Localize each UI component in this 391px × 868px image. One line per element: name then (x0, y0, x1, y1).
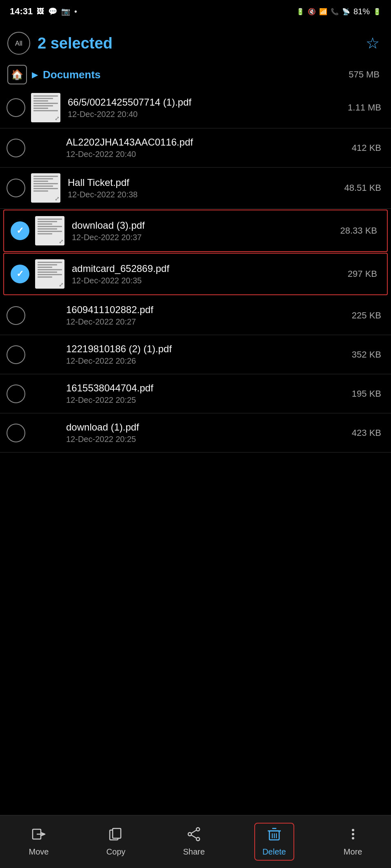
file-checkbox[interactable] (7, 98, 25, 117)
list-item[interactable]: ⤢ 66/5/0021425507714 (1).pdf 12-Dec-2022… (0, 87, 391, 128)
folder-name: Documents (43, 68, 344, 81)
status-bar: 14:31 🖼 💬 📷 • 🔋 🔇 📶 📞 📡 81% 🔋 (0, 0, 391, 21)
file-thumbnail: ⤢ (35, 216, 64, 245)
folder-size: 575 MB (349, 69, 380, 80)
file-checkbox[interactable] (11, 265, 29, 283)
copy-icon (109, 827, 123, 845)
file-size: 423 KB (347, 428, 381, 438)
share-icon (187, 827, 201, 845)
list-item[interactable]: ⤢ Hall Ticket.pdf 12-Dec-2022 20:38 48.5… (0, 168, 391, 209)
more-icon (346, 827, 360, 845)
list-item[interactable]: 1609411102882.pdf 12-Dec-2022 20:27 225 … (0, 296, 391, 335)
list-item[interactable]: 12219810186 (2) (1).pdf 12-Dec-2022 20:2… (0, 335, 391, 374)
more-label: More (344, 847, 362, 857)
list-item[interactable]: AL2202JHA143AAC0116.pdf 12-Dec-2022 20:4… (0, 128, 391, 168)
folder-expand-arrow: ▶ (32, 70, 38, 80)
svg-line-8 (191, 835, 197, 838)
delete-button[interactable]: Delete (254, 823, 294, 861)
file-name: 12219810186 (2) (1).pdf (66, 343, 347, 355)
selection-header: All 2 selected ☆ (0, 21, 391, 62)
file-date: 12-Dec-2022 20:37 (72, 233, 335, 242)
file-thumbnail: ⤢ (31, 93, 60, 122)
signal-icon: 📡 (342, 8, 350, 15)
svg-point-14 (352, 829, 354, 831)
more-button[interactable]: More (335, 823, 371, 861)
file-size: 1.11 MB (343, 102, 381, 113)
photo-icon: 🖼 (37, 7, 44, 16)
battery-icon: 🔋 (373, 8, 381, 15)
file-date: 12-Dec-2022 20:25 (66, 395, 347, 405)
move-label: Move (29, 847, 49, 857)
status-time: 14:31 🖼 💬 📷 • (10, 6, 77, 17)
folder-row[interactable]: 🏠 ▶ Documents 575 MB (0, 62, 391, 87)
share-label: Share (183, 847, 204, 857)
file-date: 12-Dec-2022 20:27 (66, 317, 347, 327)
file-info: 1615538044704.pdf 12-Dec-2022 20:25 (66, 382, 347, 405)
file-date: 12-Dec-2022 20:40 (66, 150, 347, 159)
share-button[interactable]: Share (175, 823, 213, 861)
file-date: 12-Dec-2022 20:25 (66, 435, 347, 444)
list-item[interactable]: ⤢ download (3).pdf 12-Dec-2022 20:37 28.… (3, 210, 388, 252)
file-info: admitcard_652869.pdf 12-Dec-2022 20:35 (72, 263, 343, 285)
dot-indicator: • (74, 7, 77, 16)
svg-point-15 (352, 833, 354, 835)
expand-icon: ⤢ (59, 281, 64, 288)
star-icon: ☆ (366, 35, 380, 52)
file-name: Hall Ticket.pdf (68, 177, 339, 188)
file-checkbox[interactable] (7, 424, 25, 442)
file-info: 66/5/0021425507714 (1).pdf 12-Dec-2022 2… (68, 97, 343, 119)
camera-icon: 📷 (61, 7, 70, 16)
svg-point-6 (188, 833, 191, 836)
list-item[interactable]: 1615538044704.pdf 12-Dec-2022 20:25 195 … (0, 374, 391, 413)
whatsapp-icon: 💬 (48, 7, 57, 16)
file-name: 1615538044704.pdf (66, 382, 347, 394)
delete-icon (267, 827, 282, 845)
file-checkbox[interactable] (7, 179, 25, 197)
file-info: Hall Ticket.pdf 12-Dec-2022 20:38 (68, 177, 339, 199)
copy-button[interactable]: Copy (98, 823, 134, 861)
file-date: 12-Dec-2022 20:40 (68, 110, 343, 119)
battery-level: 81% (353, 7, 370, 16)
battery-saver-icon: 🔋 (296, 8, 304, 15)
file-name: download (3).pdf (72, 220, 335, 231)
header-left: All 2 selected (7, 32, 113, 55)
file-checkbox[interactable] (7, 384, 25, 403)
bottom-toolbar: Move Copy Share (0, 815, 391, 868)
file-checkbox[interactable] (11, 221, 29, 240)
file-thumbnail: ⤢ (35, 259, 64, 289)
file-size: 412 KB (347, 143, 381, 153)
file-checkbox[interactable] (7, 345, 25, 364)
file-name: 1609411102882.pdf (66, 304, 347, 316)
file-size: 28.33 KB (335, 225, 377, 236)
file-date: 12-Dec-2022 20:35 (72, 276, 343, 285)
file-info: 12219810186 (2) (1).pdf 12-Dec-2022 20:2… (66, 343, 347, 366)
file-thumbnail: ⤢ (31, 173, 60, 203)
file-size: 352 KB (347, 349, 381, 360)
svg-line-7 (191, 830, 197, 833)
mute-icon: 🔇 (308, 8, 316, 15)
svg-point-5 (196, 837, 200, 841)
file-checkbox[interactable] (7, 306, 25, 325)
file-size: 195 KB (347, 389, 381, 399)
list-item[interactable]: download (1).pdf 12-Dec-2022 20:25 423 K… (0, 413, 391, 453)
file-name: AL2202JHA143AAC0116.pdf (66, 137, 347, 148)
copy-label: Copy (107, 847, 126, 857)
file-info: AL2202JHA143AAC0116.pdf 12-Dec-2022 20:4… (66, 137, 347, 159)
file-name: 66/5/0021425507714 (1).pdf (68, 97, 343, 108)
svg-point-4 (196, 828, 200, 831)
all-button[interactable]: All (7, 32, 30, 55)
delete-label: Delete (262, 847, 286, 857)
call-icon: 📞 (331, 8, 339, 15)
time-display: 14:31 (10, 6, 33, 17)
move-button[interactable]: Move (21, 823, 57, 861)
svg-point-16 (352, 837, 354, 839)
list-item[interactable]: ⤢ admitcard_652869.pdf 12-Dec-2022 20:35… (3, 253, 388, 295)
all-label: All (15, 40, 22, 47)
file-list: ⤢ 66/5/0021425507714 (1).pdf 12-Dec-2022… (0, 87, 391, 453)
file-checkbox[interactable] (7, 139, 25, 157)
selected-count: 2 selected (38, 35, 113, 52)
wifi-icon: 📶 (319, 8, 327, 15)
move-icon (31, 827, 46, 845)
star-button[interactable]: ☆ (366, 34, 380, 52)
file-info: 1609411102882.pdf 12-Dec-2022 20:27 (66, 304, 347, 327)
